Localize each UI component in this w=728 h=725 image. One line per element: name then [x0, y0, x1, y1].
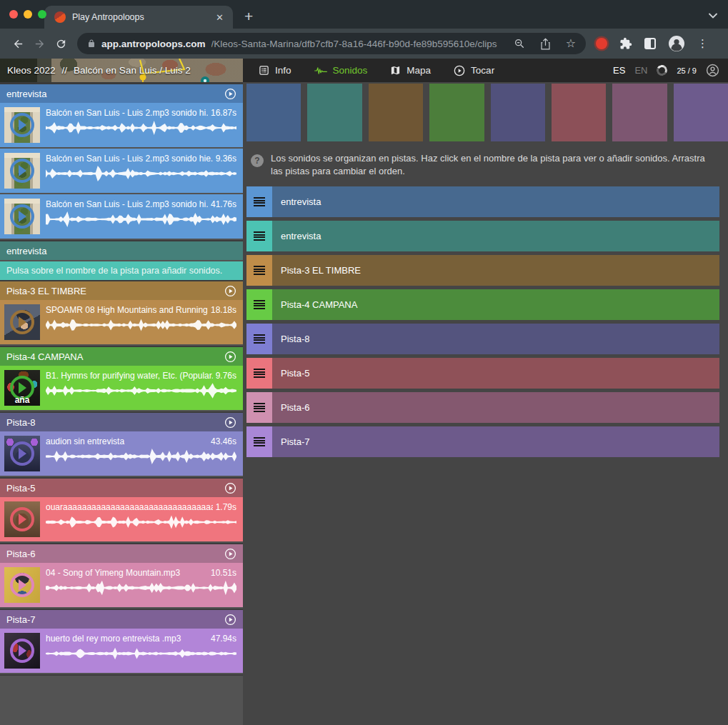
tab-search-chevron-icon[interactable] [708, 12, 718, 19]
clip-thumbnail[interactable] [4, 567, 40, 603]
forward-button[interactable] [29, 33, 50, 54]
track-drag-handle[interactable] [246, 255, 272, 286]
clip-item[interactable]: audion sin entrevista 43.46s [0, 431, 243, 476]
back-button[interactable] [7, 33, 29, 54]
sidebar-track-section: entrevista Balcón en San Luis - Luis 2.m… [0, 84, 243, 241]
browser-tab[interactable]: Play Antropoloops ✕ [44, 6, 233, 29]
clip-item[interactable]: huerto del rey moro entrevista .mp3 47.9… [0, 629, 243, 673]
track-row[interactable]: Pista-5 [246, 358, 719, 389]
clip-item[interactable]: ouaraaaaaaaaaaaaaaaaaaaaaaaaaaaaaaaaaaa.… [0, 497, 243, 541]
sidebar-track-section: Pista-5 ouaraaaaaaaaaaaaaaaaaaaaaaaaaaaa… [0, 479, 243, 544]
track-drag-handle[interactable] [246, 392, 272, 423]
track-play-button[interactable] [224, 285, 236, 297]
header-right: ES EN 25 / 9 [613, 64, 728, 77]
track-row[interactable]: Pista-6 [246, 392, 719, 423]
clip-item[interactable]: Balcón en San Luis - Luis 2.mp3 sonido h… [0, 103, 243, 147]
clip-thumbnail[interactable] [4, 633, 40, 669]
track-play-button[interactable] [224, 416, 236, 429]
sidebar-track-header[interactable]: Pista-7 [0, 610, 243, 629]
track-row[interactable]: entrevista [246, 221, 719, 251]
sidebar-track-header[interactable]: Pista-8 [0, 413, 243, 431]
sidebar-track-header[interactable]: Pista-6 [0, 544, 243, 563]
track-drag-handle[interactable] [246, 426, 272, 457]
account-icon[interactable] [706, 64, 719, 77]
tab-close-icon[interactable]: ✕ [214, 12, 226, 23]
track-play-button[interactable] [224, 548, 236, 560]
track-note-text: Pulsa sobre el nombre de la pista para a… [6, 266, 222, 276]
clip-item[interactable]: Balcón en San Luis - Luis 2.mp3 sonido h… [0, 149, 243, 193]
clip-thumbnail[interactable]: aña [4, 370, 40, 406]
nav-tab-sonidos[interactable]: Sonidos [314, 65, 368, 76]
nav-tab-info[interactable]: Info [259, 65, 291, 76]
track-color-swatch[interactable] [491, 84, 545, 141]
track-play-button[interactable] [224, 614, 236, 626]
clip-thumbnail[interactable] [4, 436, 40, 471]
nav-tab-tocar[interactable]: Tocar [454, 65, 494, 76]
close-window-button[interactable] [9, 10, 18, 19]
clip-thumbnail[interactable] [4, 199, 40, 234]
track-color-swatch[interactable] [369, 84, 423, 141]
url-host: app.antropoloops.com [101, 39, 206, 49]
track-drag-handle[interactable] [246, 324, 272, 354]
track-row[interactable]: Pista-7 [246, 426, 719, 457]
clip-thumbnail[interactable] [4, 107, 40, 143]
track-color-swatch[interactable] [674, 84, 728, 141]
drag-grip-icon [254, 266, 265, 275]
track-row[interactable]: Pista-8 [246, 324, 719, 354]
track-row[interactable]: entrevista [246, 186, 719, 217]
track-color-swatch[interactable] [429, 84, 484, 141]
share-icon[interactable] [540, 38, 551, 50]
profile-avatar[interactable] [668, 35, 685, 52]
lang-es-button[interactable]: ES [613, 65, 625, 76]
breadcrumb-project[interactable]: Kleos 2022 [7, 65, 56, 76]
clip-thumbnail[interactable] [4, 153, 40, 189]
track-color-swatch[interactable] [552, 84, 606, 141]
track-drag-handle[interactable] [246, 358, 272, 389]
sidebar-track-header[interactable]: entrevista [0, 84, 243, 103]
track-drag-handle[interactable] [246, 221, 272, 251]
clip-title: Balcón en San Luis - Luis 2.mp3 sonido h… [46, 108, 208, 118]
track-row-label: Pista-6 [281, 402, 309, 413]
track-drag-handle[interactable] [246, 289, 272, 320]
track-row[interactable]: Pista-4 CAMPANA [246, 289, 719, 320]
track-color-swatch[interactable] [612, 84, 667, 141]
track-play-button[interactable] [224, 88, 236, 100]
clip-item[interactable]: aña B1. Hymns for purifying water, Etc. … [0, 366, 243, 410]
drag-grip-icon [254, 300, 265, 309]
nav-tab-mapa[interactable]: Mapa [390, 65, 431, 76]
play-circle-icon [454, 65, 465, 76]
clip-list: SPOAMR 08 High Mountains and Running ...… [0, 300, 243, 344]
track-color-swatch[interactable] [246, 84, 301, 141]
sidebar-track-header[interactable]: entrevista [0, 241, 243, 260]
side-panel-icon[interactable] [644, 38, 656, 49]
zoom-out-icon[interactable] [514, 38, 525, 49]
sidebar-track-header[interactable]: Pista-4 CAMPANA [0, 347, 243, 366]
minimize-window-button[interactable] [24, 10, 32, 19]
clip-thumbnail[interactable] [4, 501, 40, 537]
app-content: entrevista Balcón en San Luis - Luis 2.m… [0, 82, 728, 725]
browser-menu-icon[interactable]: ⋮ [697, 37, 708, 50]
address-bar[interactable]: app.antropoloops.com/Kleos-Santa-Marina/… [77, 33, 586, 54]
load-counter: 25 / 9 [677, 66, 697, 75]
main-panel: ? Los sonidos se organizan en pistas. Ha… [243, 82, 728, 725]
recording-extension-icon[interactable] [596, 38, 607, 49]
bookmark-star-icon[interactable]: ☆ [566, 38, 576, 49]
clip-thumbnail[interactable] [4, 304, 40, 340]
track-drag-handle[interactable] [246, 186, 272, 217]
clip-item[interactable]: Balcón en San Luis - Luis 2.mp3 sonido h… [0, 194, 243, 239]
breadcrumb[interactable]: Kleos 2022 // Balcón en San Luis / Luis … [0, 59, 243, 82]
new-tab-button[interactable]: + [244, 9, 253, 24]
sidebar-track-name: Pista-8 [6, 417, 224, 428]
zoom-window-button[interactable] [38, 10, 46, 19]
clip-item[interactable]: 04 - Song of Yimeng Mountain.mp3 10.51s [0, 563, 243, 607]
reload-button[interactable] [50, 33, 71, 54]
track-row[interactable]: Pista-3 EL TIMBRE [246, 255, 719, 286]
track-play-button[interactable] [224, 482, 236, 494]
sidebar-track-header[interactable]: Pista-5 [0, 479, 243, 497]
clip-item[interactable]: SPOAMR 08 High Mountains and Running ...… [0, 300, 243, 344]
lang-en-button[interactable]: EN [634, 65, 647, 76]
track-color-swatch[interactable] [307, 84, 361, 141]
track-play-button[interactable] [224, 351, 236, 363]
sidebar-track-header[interactable]: Pista-3 EL TIMBRE [0, 281, 243, 300]
extensions-puzzle-icon[interactable] [619, 37, 632, 50]
